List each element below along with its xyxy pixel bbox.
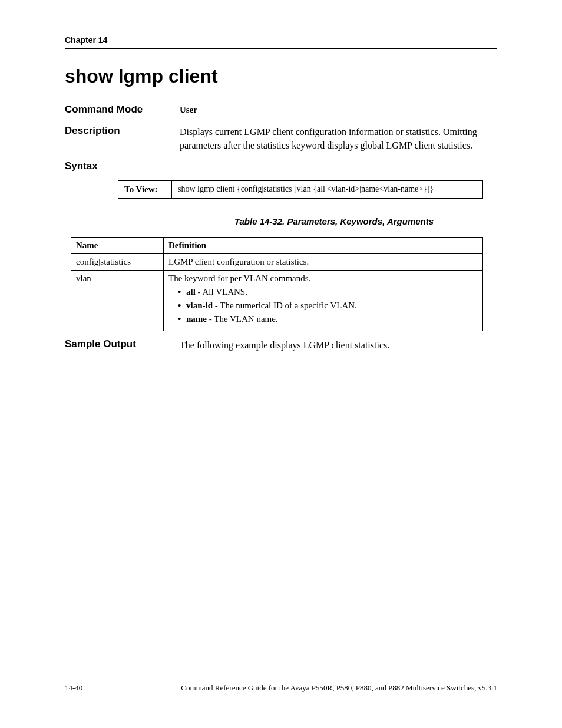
bullet-term: name	[186, 314, 207, 324]
params-header-name: Name	[71, 238, 164, 254]
table-row: vlan The keyword for per VLAN commands. …	[71, 271, 483, 331]
param-bullets: all - All VLANS. vlan-id - The numerical…	[168, 287, 478, 324]
bullet-term: all	[186, 287, 196, 297]
doc-title-footer: Command Reference Guide for the Avaya P5…	[118, 683, 497, 693]
description-section: Description Displays current LGMP client…	[65, 125, 497, 152]
syntax-table: To View: show lgmp client {config|statis…	[118, 180, 483, 199]
page-footer: 14-40 Command Reference Guide for the Av…	[65, 683, 497, 693]
syntax-row: To View: show lgmp client {config|statis…	[118, 181, 483, 199]
params-header-row: Name Definition	[71, 238, 483, 254]
sample-output-section: Sample Output The following example disp…	[65, 338, 497, 352]
param-def-text: The keyword for per VLAN commands.	[168, 274, 310, 283]
page-number: 14-40	[65, 683, 82, 693]
params-header-definition: Definition	[164, 238, 483, 254]
syntax-command: show lgmp client {config|statistics [vla…	[172, 181, 483, 199]
command-mode-value: User	[180, 104, 497, 117]
bullet-term: vlan-id	[186, 301, 213, 310]
param-name: config|statistics	[71, 254, 164, 271]
command-mode-label: Command Mode	[65, 104, 180, 116]
table-caption: Table 14-32. Parameters, Keywords, Argum…	[171, 216, 497, 226]
description-text: Displays current LGMP client configurati…	[180, 125, 497, 152]
syntax-section: Syntax	[65, 160, 497, 172]
bullet-text: - All VLANS.	[196, 287, 247, 297]
description-label: Description	[65, 125, 180, 137]
param-def: The keyword for per VLAN commands. all -…	[164, 271, 483, 331]
sample-output-label: Sample Output	[65, 338, 180, 350]
chapter-label: Chapter 14	[65, 35, 107, 45]
list-item: vlan-id - The numerical ID of a specific…	[186, 301, 478, 311]
list-item: all - All VLANS.	[186, 287, 478, 297]
param-def: LGMP client configuration or statistics.	[164, 254, 483, 271]
table-row: config|statistics LGMP client configurat…	[71, 254, 483, 271]
page-header: Chapter 14	[65, 35, 497, 49]
page-title: show lgmp client	[65, 65, 497, 87]
syntax-row-label: To View:	[118, 181, 172, 199]
list-item: name - The VLAN name.	[186, 314, 478, 324]
syntax-label: Syntax	[65, 160, 180, 172]
sample-output-text: The following example displays LGMP clie…	[180, 338, 497, 352]
params-table: Name Definition config|statistics LGMP c…	[71, 237, 483, 331]
bullet-text: - The numerical ID of a specific VLAN.	[213, 301, 357, 310]
command-mode-section: Command Mode User	[65, 104, 497, 117]
param-name: vlan	[71, 271, 164, 331]
bullet-text: - The VLAN name.	[207, 314, 278, 324]
